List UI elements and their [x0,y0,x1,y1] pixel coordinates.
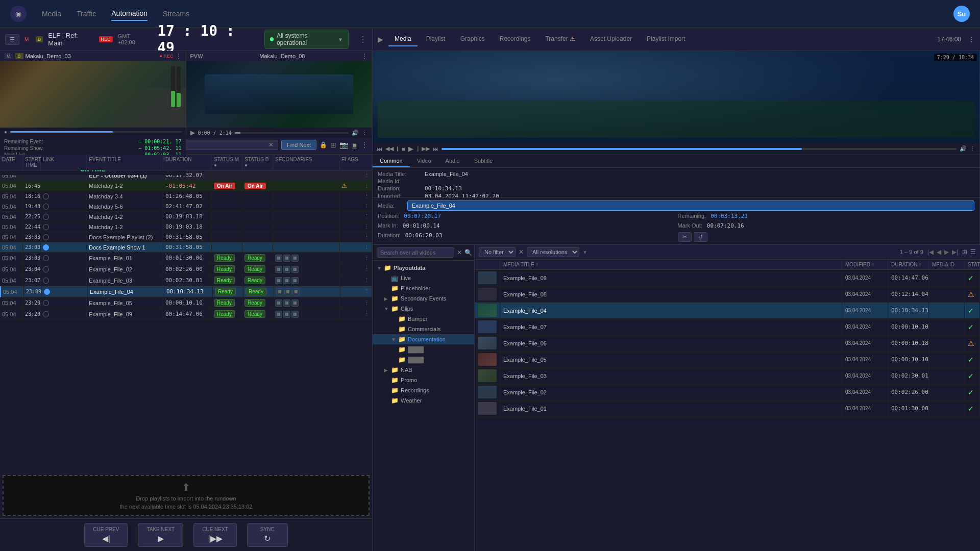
row-more-icon[interactable]: ⋮ [364,255,370,261]
table-row[interactable]: 05.04 19:43:20.09 Matchday 5-6 02:41:47.… [0,202,372,212]
row-more-icon[interactable]: ⋮ [364,234,370,240]
skip-back-icon[interactable]: ⏮ [377,146,382,152]
next-frame-icon[interactable]: ▶▶ [422,145,430,152]
table-row[interactable]: 05.04 18:16:32.04 Matchday 3-4 01:26:48.… [0,191,372,202]
video-more-icon[interactable]: ⋮ [970,145,975,152]
folder-documentation[interactable]: ▼ 📁 Documentation [373,334,474,344]
prev-page-icon[interactable]: ◀ [936,247,942,257]
mark-in-icon[interactable]: ⌊ [397,145,399,152]
table-row[interactable]: 05.04 23:09:40.23 Example_File_04 00:10:… [0,286,372,297]
media-list-item[interactable]: Example_File_02 03.04.2024 00:02:26.00 ✓ [475,384,980,400]
first-page-icon[interactable]: |◀ [926,247,935,257]
mark-in-btn[interactable]: ✂ [678,232,692,242]
sync-button[interactable]: SYNC ↻ [247,523,288,547]
row-more-icon[interactable]: ⋮ [364,299,370,306]
table-row[interactable]: 05.04 16:45:42.15 Matchday 1-2 -01:05:42… [0,181,372,191]
tab-video[interactable]: Video [410,155,438,167]
grid-view-icon[interactable]: ⊞ [962,248,967,256]
tab-transfer[interactable]: Transfer ⚠ [539,32,581,46]
folder-secondary-events[interactable]: ▶ 📁 Secondary Events [373,293,474,304]
mth-modified[interactable]: MODIFIED ↑ [842,260,888,269]
tab-playlist-import[interactable]: Playlist Import [641,32,691,46]
row-more-icon[interactable]: ⋮ [364,203,370,210]
table-row[interactable]: 05.04 23:04:44.22 Example_File_02 00:02:… [0,264,372,275]
media-list-item[interactable]: Example_File_09 03.04.2024 00:14:47.06 ✓ [475,270,980,286]
media-list-item[interactable]: Example_File_08 03.04.2024 00:12:14.04 ⚠ [475,286,980,303]
row-more-icon[interactable]: ⋮ [364,277,370,284]
more-icon[interactable]: ⋮ [361,141,368,149]
folder-clips[interactable]: ▼ 📁 Clips [373,304,474,314]
mark-out-icon[interactable]: ⌋ [416,145,419,152]
folder-recordings[interactable]: 📁 Recordings [373,385,474,395]
more-icon[interactable]: ⋮ [364,172,370,179]
status-dropdown-icon[interactable]: ▼ [338,37,343,42]
folder-bumper[interactable]: 📁 Bumper [373,314,474,324]
tab-subtitle[interactable]: Subtitle [467,155,500,167]
take-next-button[interactable]: TAKE NEXT ▶ [138,523,183,547]
camera-icon[interactable]: 📷 [339,141,348,149]
last-page-icon[interactable]: ▶| [951,247,959,257]
list-view-icon[interactable]: ☰ [970,248,976,256]
panel-icon[interactable]: ▣ [351,141,358,149]
prev-frame-icon[interactable]: ◀◀ [385,145,394,152]
status-indicator[interactable]: All systems operational ▼ [264,30,349,49]
lock-icon[interactable]: 🔒 [320,141,327,148]
play-icon[interactable]: ▶ [408,145,413,153]
table-row[interactable]: 05.04 22:44:11.04 Matchday 1-2 00:19:03.… [0,222,372,232]
row-more-icon[interactable]: ⋮ [364,183,370,189]
right-nav-prev-icon[interactable]: ▶ [378,35,383,43]
table-row[interactable]: 05.04 23:07:10.22 Example_File_03 00:02:… [0,275,372,286]
skip-forward-icon[interactable]: ⏭ [433,146,438,152]
pvw-more-btn[interactable]: ⋮ [362,130,368,136]
row-more-icon[interactable]: ⋮ [364,311,370,317]
stop-icon[interactable]: ■ [402,146,405,152]
logo[interactable]: ◉ [10,6,27,22]
media-list-item[interactable]: Example_File_06 03.04.2024 00:00:10.18 ⚠ [475,335,980,352]
row-more-icon[interactable]: ⋮ [364,223,370,230]
reset-btn[interactable]: ↺ [694,232,707,242]
topbar-more-icon[interactable]: ⋮ [359,35,367,44]
file-search-clear-icon[interactable]: ✕ [457,249,462,256]
drop-zone[interactable]: ⬆ Drop playlists to import into the rund… [3,475,370,516]
find-next-button[interactable]: Find Next [281,140,316,150]
vol-icon[interactable]: 🔊 [960,145,967,152]
tab-media[interactable]: Media [388,32,418,46]
file-search-input[interactable] [377,247,454,258]
table-row[interactable]: 05.04 23:20:25.21 Example_File_09 00:14:… [0,309,372,320]
row-more-icon[interactable]: ⋮ [364,288,370,295]
row-more-icon[interactable]: ⋮ [364,244,370,251]
tab-recordings[interactable]: Recordings [494,32,537,46]
table-row[interactable]: 05.04 23:20:15.11 Example_File_05 00:00:… [0,297,372,309]
folder-weather[interactable]: 📁 Weather [373,395,474,406]
cue-next-button[interactable]: CUE NEXT |▶▶ [193,523,237,547]
search-clear-icon[interactable]: ✕ [268,141,274,148]
table-row[interactable]: 05.04 22:25:07.11 Matchday 1-2 00:19:03.… [0,212,372,222]
folder-commercials[interactable]: 📁 Commercials [373,324,474,334]
pvw-vol-btn[interactable]: 🔊 [352,130,359,136]
right-panel-more-icon[interactable]: ⋮ [968,35,975,43]
table-row[interactable]: 05.04 23:03:14.22 Docs Example Playlist … [0,232,372,242]
mth-duration[interactable]: DURATION ↑ [888,260,929,269]
nav-streams[interactable]: Streams [163,7,189,20]
tab-audio[interactable]: Audio [438,155,467,167]
user-avatar[interactable]: Su [953,6,970,22]
file-search-icon[interactable]: 🔍 [464,249,472,256]
row-more-icon[interactable]: ⋮ [364,193,370,199]
pvw-more-icon[interactable]: ⋮ [361,53,368,60]
nav-media[interactable]: Media [42,7,61,20]
video-scrubber[interactable] [442,148,957,150]
folder-placeholder[interactable]: 📁 Placeholder [373,283,474,293]
media-list-item[interactable]: Example_File_05 03.04.2024 00:00:10.10 ✓ [475,352,980,368]
folder-hidden1[interactable]: 📁 ████ [373,344,474,355]
nav-traffic[interactable]: Traffic [77,7,96,20]
row-more-icon[interactable]: ⋮ [364,266,370,272]
table-row[interactable]: 05.04 23:03:14.22 Example_File_01 00:01:… [0,253,372,264]
mth-id[interactable]: MEDIA ID [929,260,965,269]
grid-icon[interactable]: ⊞ [330,141,336,149]
tab-asset-uploader[interactable]: Asset Uploader [584,32,638,46]
cue-prev-button[interactable]: CUE PREV ◀| [84,523,128,547]
media-list-item[interactable]: Example_File_07 03.04.2024 00:00:10.10 ✓ [475,319,980,335]
tab-playlist[interactable]: Playlist [420,32,452,46]
next-page-icon[interactable]: ▶ [943,247,950,257]
resolution-select[interactable]: All resolutions [527,247,579,257]
